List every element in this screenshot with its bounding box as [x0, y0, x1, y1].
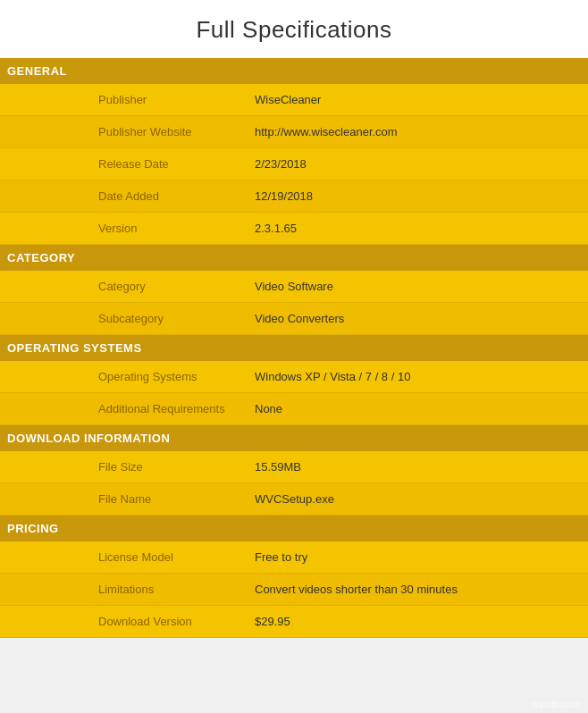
table-row: PublisherWiseCleaner	[0, 84, 588, 116]
spec-value: Free to try	[255, 550, 307, 564]
table-row: Release Date2/23/2018	[0, 148, 588, 180]
table-row: CategoryVideo Software	[0, 271, 588, 303]
section-header-2: OPERATING SYSTEMS	[0, 335, 588, 361]
table-row: Publisher Websitehttp://www.wisecleaner.…	[0, 116, 588, 148]
spec-label: File Name	[98, 492, 255, 506]
section-header-3: DOWNLOAD INFORMATION	[0, 425, 588, 451]
page-title: Full Specifications	[0, 0, 588, 58]
spec-value: 2/23/2018	[255, 157, 307, 171]
spec-label: File Size	[98, 460, 255, 474]
spec-label: Release Date	[98, 157, 255, 171]
spec-label: Date Added	[98, 189, 255, 203]
table-row: SubcategoryVideo Converters	[0, 303, 588, 335]
sections-container: GENERALPublisherWiseCleanerPublisher Web…	[0, 58, 588, 638]
spec-value: 12/19/2018	[255, 189, 313, 203]
spec-value: None	[255, 402, 282, 415]
spec-value: $29.95	[255, 615, 290, 628]
spec-value: Video Converters	[255, 312, 344, 325]
spec-label: Additional Requirements	[98, 402, 255, 415]
spec-label: Operating Systems	[98, 370, 255, 383]
table-row: License ModelFree to try	[0, 541, 588, 574]
spec-value: 2.3.1.65	[255, 222, 297, 235]
section-header-4: PRICING	[0, 516, 588, 541]
page-container: Full Specifications GENERALPublisherWise…	[0, 0, 588, 638]
table-row: File Size15.59MB	[0, 451, 588, 483]
table-row: Date Added12/19/2018	[0, 180, 588, 213]
spec-label: Download Version	[98, 615, 255, 628]
table-row: LimitationsConvert videos shorter than 3…	[0, 574, 588, 606]
table-row: Operating SystemsWindows XP / Vista / 7 …	[0, 361, 588, 393]
spec-label: Limitations	[98, 583, 255, 596]
spec-label: Category	[98, 280, 255, 293]
spec-value: Windows XP / Vista / 7 / 8 / 10	[255, 370, 410, 383]
spec-label: Subcategory	[98, 312, 255, 325]
spec-label: Publisher	[98, 93, 255, 106]
spec-value: 15.59MB	[255, 460, 301, 474]
table-row: Download Version$29.95	[0, 606, 588, 638]
spec-value: WVCSetup.exe	[255, 492, 334, 506]
section-header-0: GENERAL	[0, 58, 588, 84]
section-header-1: CATEGORY	[0, 245, 588, 271]
spec-label: Publisher Website	[98, 125, 255, 138]
table-row: File NameWVCSetup.exe	[0, 483, 588, 516]
spec-label: Version	[98, 222, 255, 235]
spec-value: WiseCleaner	[255, 93, 321, 106]
watermark: wsxdn.com	[532, 699, 581, 709]
spec-label: License Model	[98, 550, 255, 564]
spec-value: Video Software	[255, 280, 333, 293]
spec-value: http://www.wisecleaner.com	[255, 125, 398, 138]
table-row: Version2.3.1.65	[0, 213, 588, 245]
table-row: Additional RequirementsNone	[0, 393, 588, 425]
spec-value: Convert videos shorter than 30 minutes	[255, 583, 458, 596]
